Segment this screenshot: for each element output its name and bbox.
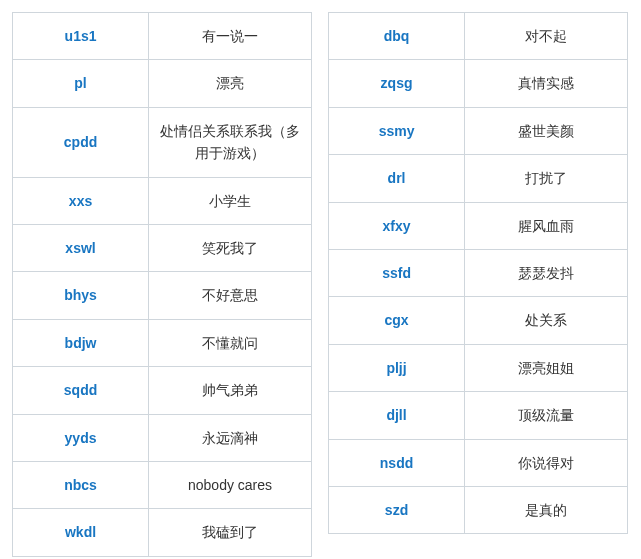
abbr-cell: wkdl (13, 509, 149, 556)
meaning-cell: 盛世美颜 (465, 107, 628, 154)
table-row: dbq 对不起 (329, 13, 628, 60)
meaning-cell: 有一说一 (149, 13, 312, 60)
table-row: xxs 小学生 (13, 177, 312, 224)
meaning-cell: 漂亮姐姐 (465, 344, 628, 391)
right-table-body: dbq 对不起 zqsg 真情实感 ssmy 盛世美颜 drl 打扰了 xfxy… (329, 13, 628, 534)
table-row: drl 打扰了 (329, 155, 628, 202)
left-table: u1s1 有一说一 pl 漂亮 cpdd 处情侣关系联系我（多用于游戏） xxs… (12, 12, 312, 557)
abbr-cell: cpdd (13, 107, 149, 177)
meaning-cell: 处关系 (465, 297, 628, 344)
abbr-cell: dbq (329, 13, 465, 60)
abbr-cell: drl (329, 155, 465, 202)
abbr-cell: zqsg (329, 60, 465, 107)
meaning-cell: 不懂就问 (149, 319, 312, 366)
meaning-cell: 不好意思 (149, 272, 312, 319)
meaning-cell: 小学生 (149, 177, 312, 224)
abbr-cell: nbcs (13, 461, 149, 508)
table-row: zqsg 真情实感 (329, 60, 628, 107)
meaning-cell: 是真的 (465, 486, 628, 533)
table-row: xfxy 腥风血雨 (329, 202, 628, 249)
abbr-cell: yyds (13, 414, 149, 461)
table-row: bdjw 不懂就问 (13, 319, 312, 366)
abbr-cell: pl (13, 60, 149, 107)
abbr-cell: xxs (13, 177, 149, 224)
meaning-cell: 腥风血雨 (465, 202, 628, 249)
table-row: nbcs nobody cares (13, 461, 312, 508)
abbr-cell: xswl (13, 224, 149, 271)
meaning-cell: 对不起 (465, 13, 628, 60)
abbr-cell: bdjw (13, 319, 149, 366)
abbr-cell: djll (329, 392, 465, 439)
meaning-cell: 瑟瑟发抖 (465, 249, 628, 296)
meaning-cell: 真情实感 (465, 60, 628, 107)
meaning-cell: 打扰了 (465, 155, 628, 202)
meaning-cell: 永远滴神 (149, 414, 312, 461)
left-table-body: u1s1 有一说一 pl 漂亮 cpdd 处情侣关系联系我（多用于游戏） xxs… (13, 13, 312, 557)
meaning-cell: 处情侣关系联系我（多用于游戏） (149, 107, 312, 177)
meaning-cell: 你说得对 (465, 439, 628, 486)
abbr-cell: xfxy (329, 202, 465, 249)
table-row: pl 漂亮 (13, 60, 312, 107)
abbr-cell: szd (329, 486, 465, 533)
abbr-cell: ssmy (329, 107, 465, 154)
table-row: cgx 处关系 (329, 297, 628, 344)
table-row: xswl 笑死我了 (13, 224, 312, 271)
table-row: sqdd 帅气弟弟 (13, 367, 312, 414)
table-row: wkdl 我磕到了 (13, 509, 312, 556)
tables-wrapper: u1s1 有一说一 pl 漂亮 cpdd 处情侣关系联系我（多用于游戏） xxs… (12, 12, 629, 557)
abbr-cell: u1s1 (13, 13, 149, 60)
table-row: yyds 永远滴神 (13, 414, 312, 461)
meaning-cell: 漂亮 (149, 60, 312, 107)
table-row: cpdd 处情侣关系联系我（多用于游戏） (13, 107, 312, 177)
meaning-cell: nobody cares (149, 461, 312, 508)
abbr-cell: pljj (329, 344, 465, 391)
abbr-cell: bhys (13, 272, 149, 319)
table-row: ssmy 盛世美颜 (329, 107, 628, 154)
table-row: ssfd 瑟瑟发抖 (329, 249, 628, 296)
abbr-cell: sqdd (13, 367, 149, 414)
table-row: djll 顶级流量 (329, 392, 628, 439)
abbr-cell: ssfd (329, 249, 465, 296)
table-row: szd 是真的 (329, 486, 628, 533)
table-row: nsdd 你说得对 (329, 439, 628, 486)
meaning-cell: 顶级流量 (465, 392, 628, 439)
meaning-cell: 笑死我了 (149, 224, 312, 271)
right-table: dbq 对不起 zqsg 真情实感 ssmy 盛世美颜 drl 打扰了 xfxy… (328, 12, 628, 534)
table-row: bhys 不好意思 (13, 272, 312, 319)
meaning-cell: 帅气弟弟 (149, 367, 312, 414)
meaning-cell: 我磕到了 (149, 509, 312, 556)
table-row: pljj 漂亮姐姐 (329, 344, 628, 391)
abbr-cell: cgx (329, 297, 465, 344)
table-row: u1s1 有一说一 (13, 13, 312, 60)
abbr-cell: nsdd (329, 439, 465, 486)
